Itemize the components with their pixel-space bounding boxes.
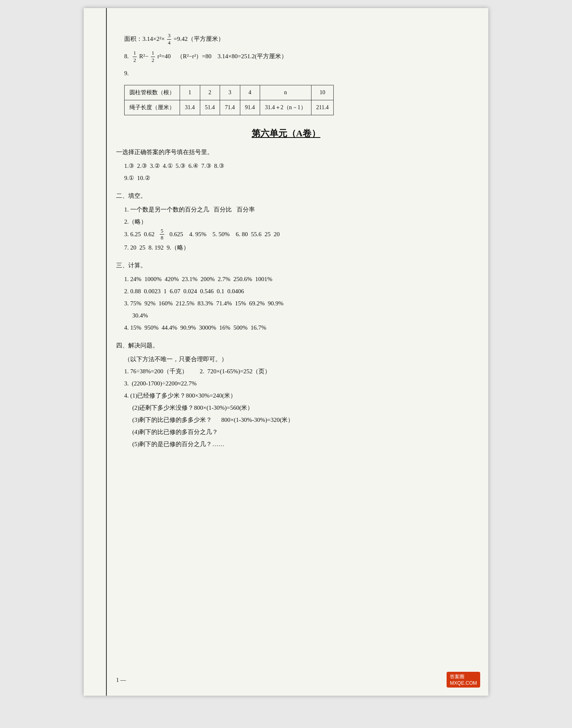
- section2-item3: 3. 6.25 0.62 5 8 0.625 4. 95% 5. 50% 6. …: [124, 228, 456, 242]
- section4-item4: (2)还剩下多少米没修？800×(1-30%)=560(米）: [132, 402, 456, 414]
- section2-header: 二、填空。: [116, 190, 456, 202]
- page-number: 1 —: [116, 677, 126, 684]
- section1-header: 一选择正确答案的序号填在括号里。: [116, 146, 456, 158]
- table-header-col4: 3: [220, 85, 240, 100]
- section3-item3: 3. 75% 92% 160% 212.5% 83.3% 71.4% 15% 6…: [124, 297, 456, 309]
- section1-answers-2: 9.① 10.②: [124, 172, 456, 184]
- section2-item2: 2.（略）: [124, 216, 456, 228]
- section4-note: （以下方法不唯一，只要合理即可。）: [124, 353, 456, 365]
- frac-5-8: 5 8: [160, 228, 164, 242]
- table-header-col1: 圆柱管根数（根）: [125, 85, 180, 100]
- table-header-col3: 2: [200, 85, 220, 100]
- section1: 一选择正确答案的序号填在括号里。 1.③ 2.③ 3.② 4.① 5.③ 6.④…: [116, 146, 456, 184]
- section3: 三、计算。 1. 24% 1000% 420% 23.1% 200% 2.7% …: [116, 259, 456, 334]
- table-data-col7: 211.4: [311, 100, 334, 115]
- formula-line-1: 面积：3.14×2²× 3 4 =9.42（平方厘米）: [124, 32, 456, 47]
- watermark-line1: 答案圈: [450, 673, 477, 680]
- section2: 二、填空。 1. 一个数是另一个数的百分之几 百分比 百分率 2.（略） 3. …: [116, 190, 456, 254]
- section2-item4: 7. 20 25 8. 192 9.（略）: [124, 241, 456, 254]
- watermark: 答案圈 MXQE.COM: [447, 672, 480, 688]
- top-formula-section: 面积：3.14×2²× 3 4 =9.42（平方厘米） 8. 1 2 R²− 1…: [116, 32, 456, 79]
- table-data-col5: 91.4: [240, 100, 260, 115]
- table-data-col6: 31.4＋2（n－1）: [260, 100, 311, 115]
- table-data-col2: 31.4: [180, 100, 200, 115]
- section1-answers-1: 1.③ 2.③ 3.② 4.① 5.③ 6.④ 7.③ 8.③: [124, 160, 456, 172]
- section4-item7: (5)剩下的是已修的百分之几？……: [132, 438, 456, 450]
- table-data-row: 绳子长度（厘米） 31.4 51.4 71.4 91.4 31.4＋2（n－1）…: [125, 100, 334, 115]
- section3-header: 三、计算。: [116, 259, 456, 271]
- left-border: [106, 8, 107, 696]
- table-data-col1: 绳子长度（厘米）: [125, 100, 180, 115]
- section3-item4: 4. 15% 950% 44.4% 90.9% 3000% 16% 500% 1…: [124, 322, 456, 334]
- section4-item5: (3)剩下的比已修的多多少米？ 800×(1-30%-30%)=320(米）: [132, 414, 456, 426]
- fraction-3-4: 3 4: [167, 32, 172, 47]
- section4: 四、解决问题。 （以下方法不唯一，只要合理即可。） 1. 76÷38%=200（…: [116, 339, 456, 450]
- frac-half-2: 1 2: [151, 50, 155, 64]
- cylinder-table: 圆柱管根数（根） 1 2 3 4 n 10 绳子长度（厘米） 31.4 51.4…: [124, 85, 334, 115]
- section4-item3: 4. (1)已经修了多少米？800×30%=240(米）: [124, 389, 456, 402]
- formula-num-8: 8.: [124, 53, 130, 59]
- table-header-col7: 10: [311, 85, 334, 100]
- section2-item1: 1. 一个数是另一个数的百分之几 百分比 百分率: [124, 203, 456, 216]
- formula-r2-end: r²=40 （R²−r²）=80 3.14×80=251.2(平方厘米）: [157, 53, 287, 59]
- unit-title: 第六单元（A卷）: [116, 127, 456, 140]
- section4-header: 四、解决问题。: [116, 339, 456, 351]
- table-data-col4: 71.4: [220, 100, 240, 115]
- section4-item2: 3. (2200-1700)÷2200≈22.7%: [124, 377, 456, 389]
- page: 面积：3.14×2²× 3 4 =9.42（平方厘米） 8. 1 2 R²− 1…: [84, 8, 488, 696]
- table-header-row: 圆柱管根数（根） 1 2 3 4 n 10: [125, 85, 334, 100]
- table-header-col5: 4: [240, 85, 260, 100]
- table-header-col6: n: [260, 85, 311, 100]
- section3-item1: 1. 24% 1000% 420% 23.1% 200% 2.7% 250.6%…: [124, 273, 456, 285]
- section4-item6: (4)剩下的比已修的多百分之几？: [132, 426, 456, 438]
- table-section: 圆柱管根数（根） 1 2 3 4 n 10 绳子长度（厘米） 31.4 51.4…: [116, 85, 456, 115]
- formula-line-2: 8. 1 2 R²− 1 2 r²=40 （R²−r²）=80 3.14×80=…: [124, 50, 456, 64]
- formula-text-1-end: =9.42（平方厘米）: [174, 36, 224, 42]
- section4-item1: 1. 76÷38%=200（千克） 2. 720×(1-65%)=252（页）: [124, 365, 456, 377]
- formula-line-3: 9.: [124, 67, 456, 79]
- section3-item3b: 30.4%: [132, 309, 456, 322]
- formula-text-1: 面积：3.14×2²×: [124, 36, 165, 42]
- section3-item2: 2. 0.88 0.0023 1 6.07 0.024 0.546 0.1 0.…: [124, 285, 456, 297]
- watermark-line2: MXQE.COM: [450, 680, 477, 686]
- frac-half-1: 1 2: [133, 50, 137, 64]
- table-data-col3: 51.4: [200, 100, 220, 115]
- formula-r2: R²−: [139, 53, 148, 59]
- formula-num-9: 9.: [124, 70, 129, 76]
- table-header-col2: 1: [180, 85, 200, 100]
